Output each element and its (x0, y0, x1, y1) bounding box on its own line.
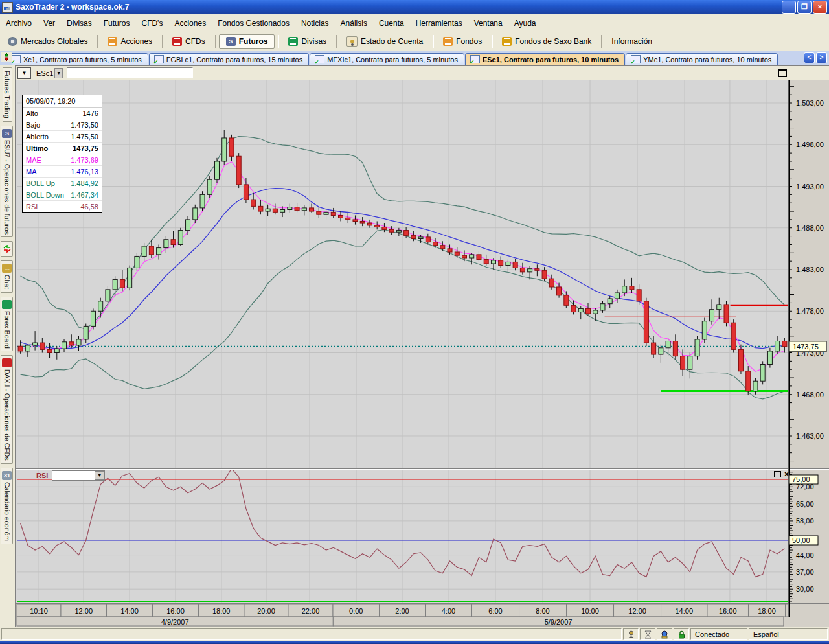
rsi-combo[interactable]: ▼ (52, 470, 105, 481)
window-title: SaxoTrader 2 - workspace.ok.7 (16, 3, 129, 12)
gear-icon (8, 37, 17, 46)
toolbar-button-fondos[interactable]: Fondos (437, 35, 488, 48)
sidebar-item-chat[interactable]: …Chat (1, 260, 13, 292)
menu-item-divisas[interactable]: Divisas (61, 17, 98, 30)
chart-restore-icon[interactable] (778, 69, 787, 77)
info-row-label: Bajo (26, 121, 40, 129)
chart-tab-icon (631, 55, 641, 63)
toolbar-button-futuros[interactable]: SFuturos (219, 34, 275, 49)
toolbar-button-acciones[interactable]: Acciones (101, 35, 159, 48)
hourglass-icon[interactable] (640, 628, 655, 640)
toolbar-button-fondos-de-saxo-bank[interactable]: Fondos de Saxo Bank (495, 35, 598, 48)
svg-text:10:10: 10:10 (30, 607, 48, 615)
info-row-value: 1473,75 (73, 144, 98, 152)
close-button[interactable]: × (813, 1, 827, 14)
svg-text:18:00: 18:00 (212, 607, 231, 615)
sidebar-item-futures-trading[interactable]: Futures Trading (3, 67, 12, 122)
chart-tab-icon (12, 55, 21, 63)
chart-tab-label: FGBLc1, Contrato para futuros, 15 minuto… (166, 56, 302, 63)
menu-item-acciones[interactable]: Acciones (168, 17, 212, 30)
toolbar-button-label: Acciones (120, 37, 152, 46)
status-message-cell (1, 628, 622, 640)
svg-text:37,00: 37,00 (796, 568, 814, 576)
svg-text:44,00: 44,00 (796, 551, 814, 559)
menu-item-futuros[interactable]: Futuros (98, 17, 136, 30)
window-bottom-edge (0, 641, 829, 644)
menu-item-archivo[interactable]: Archivo (0, 17, 38, 30)
sidebar-item-esu7-operaciones-de-futuros[interactable]: SESU7 - Operaciones de futuros (1, 126, 13, 238)
tab-scroll-left-button[interactable]: < (804, 52, 815, 63)
info-row-value: 1.473,50 (71, 121, 98, 129)
info-row-value: 1.467,34 (71, 191, 98, 199)
rsi-combo-arrow[interactable]: ▼ (95, 471, 104, 480)
connection-status: Conectado (690, 628, 747, 640)
info-row-label: MA (26, 168, 37, 176)
toolbar-button-mercados-globales[interactable]: Mercados Globales (1, 35, 94, 48)
restore-button[interactable]: ❐ (797, 1, 812, 14)
tab-mfxic1-contrato-para-futuros-5-minutos[interactable]: MFXIc1, Contrato para futuros, 5 minutos (310, 53, 464, 65)
menu-item-an-lisis[interactable]: Análisis (335, 17, 373, 30)
sidebar-item-arrows[interactable] (1, 241, 13, 257)
tab-scroll-right-button[interactable]: > (816, 52, 827, 63)
info-row-value: 1.475,50 (71, 133, 98, 141)
svg-text:65,00: 65,00 (796, 500, 814, 508)
toolbar-button-label: Fondos (456, 37, 482, 46)
tab-fgblc1-contrato-para-futuros-15-minutos[interactable]: FGBLc1, Contrato para futuros, 15 minuto… (149, 53, 309, 65)
rsi-maximize-button[interactable] (774, 471, 781, 477)
stripes-icon (108, 37, 117, 46)
chart-tabbar-wrap: Xc1, Contrato para futuros, 5 minutosFGB… (0, 51, 829, 67)
toolbar-separator (215, 35, 216, 48)
status-bar: Conectado Español (0, 627, 829, 641)
info-row-label: BOLL Up (26, 179, 55, 187)
sidebar-item-calendario-econ-m[interactable]: 31Calendario económ (1, 468, 13, 544)
rsi-close-button[interactable]: × (784, 471, 789, 477)
toolbar-button-label: Divisas (301, 37, 326, 46)
svg-text:12:00: 12:00 (74, 607, 93, 615)
lock-icon[interactable] (674, 628, 689, 640)
info-row-value: 1.476,13 (71, 168, 98, 176)
minimize-button[interactable]: _ (782, 1, 796, 14)
toolbar-button-divisas[interactable]: Divisas (282, 35, 333, 48)
menu-item-ver[interactable]: Ver (38, 17, 61, 30)
user-icon[interactable] (623, 628, 639, 640)
toolbar-button-cfds[interactable]: CFDs (166, 35, 212, 48)
tab-esc1-contrato-para-futuros-10-minutos[interactable]: ESc1, Contrato para futuros, 10 minutos (465, 53, 625, 65)
svg-text:50,00: 50,00 (792, 536, 810, 544)
info-row-boll-up: BOLL Up1.484,92 (23, 178, 102, 189)
menu-item-herramientas[interactable]: Herramientas (410, 17, 468, 30)
menu-item-fondos-gestionados[interactable]: Fondos Gestionados (212, 17, 295, 30)
symbol-combo-arrow[interactable]: ▼ (54, 68, 63, 78)
symbol-input[interactable] (67, 67, 193, 78)
price-chart[interactable]: 1.503,001.498,001.493,001.488,001.483,00… (16, 80, 829, 627)
language-status: Español (749, 628, 828, 640)
title-bar: SaxoTrader 2 - workspace.ok.7 _ ❐ × (0, 0, 829, 14)
toolbar-button-estado-de-cuenta[interactable]: Estado de Cuenta (340, 34, 429, 49)
info-rows: Alto1476Bajo1.473,50Abierto1.475,50Ultim… (23, 108, 102, 212)
svg-text:1.483,00: 1.483,00 (796, 266, 824, 273)
saxotrader-window: { "window": {"title": "SaxoTrader 2 - wo… (0, 0, 829, 644)
menu-item-ayuda[interactable]: Ayuda (508, 17, 542, 30)
time-axis: 10:1012:0014:0016:0018:0020:0022:000:002… (17, 604, 788, 626)
network-icon[interactable] (657, 628, 672, 640)
calendar-icon: 31 (2, 471, 12, 480)
svg-text:0:00: 0:00 (349, 607, 363, 615)
menu-item-cuenta[interactable]: Cuenta (373, 17, 410, 30)
menu-item-noticias[interactable]: Noticias (295, 17, 335, 30)
menu-item-ventana[interactable]: Ventana (468, 17, 508, 30)
sidebar-item-dax-i-operaciones-de-cfds[interactable]: DAX.I - Operaciones de CFDs (1, 355, 13, 464)
arrows-icon (2, 244, 12, 253)
svg-text:22:00: 22:00 (302, 607, 320, 615)
info-row-value: 1.473,69 (71, 156, 98, 164)
rsi-header: RSI ▼ × (16, 470, 829, 481)
svg-text:20:00: 20:00 (257, 607, 275, 615)
toolbar-button-informaci-n[interactable]: Información (605, 35, 659, 48)
toolbar-separator (433, 35, 433, 48)
tab-ymc1-contrato-para-futuros-10-minutos[interactable]: YMc1, Contrato para futuros, 10 minutos (626, 53, 778, 65)
updown-arrows-icon (1, 52, 12, 62)
sidebar-item-forex-board[interactable]: Forex Board (1, 297, 13, 352)
main-area: Futures TradingSESU7 - Operaciones de fu… (0, 65, 829, 626)
chart-dropdown-button[interactable]: ▼ (17, 67, 31, 79)
menu-item-cfd-s[interactable]: CFD's (135, 17, 168, 30)
toolbar-separator (278, 35, 278, 48)
tab-xc1-contrato-para-futuros-5-minutos[interactable]: Xc1, Contrato para futuros, 5 minutos (12, 53, 148, 65)
